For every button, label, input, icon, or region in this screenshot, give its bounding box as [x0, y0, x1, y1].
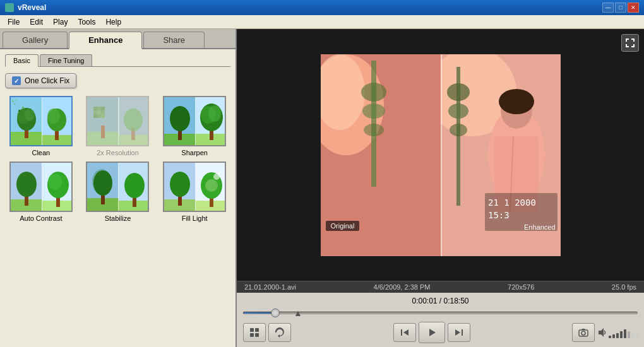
one-click-fix-label: One Click Fix	[25, 76, 69, 85]
video-fps: 25.0 fps	[612, 283, 636, 291]
snapshot-button[interactable]	[572, 323, 595, 342]
volume-control[interactable]	[597, 326, 638, 339]
thumb-auto-contrast[interactable]: Auto Contrast	[5, 162, 77, 222]
center-controls	[393, 322, 470, 343]
svg-rect-29	[101, 126, 105, 138]
svg-rect-21	[97, 107, 101, 110]
menu-edit[interactable]: Edit	[25, 16, 48, 28]
fullscreen-button[interactable]	[621, 34, 639, 52]
svg-marker-116	[429, 329, 436, 336]
svg-rect-25	[101, 110, 105, 114]
svg-point-65	[124, 173, 145, 198]
svg-rect-111	[255, 328, 259, 332]
thumb-resolution-box	[86, 96, 149, 146]
app-icon	[5, 3, 14, 12]
svg-point-8	[25, 109, 35, 121]
svg-point-104	[447, 83, 470, 101]
main-layout: Gallery Enhance Share Basic Fine Tuning …	[0, 29, 644, 347]
svg-rect-2	[12, 100, 14, 102]
svg-marker-115	[403, 329, 408, 336]
svg-rect-26	[93, 114, 97, 118]
svg-point-92	[361, 83, 386, 102]
thumb-stabilize-box	[86, 162, 149, 212]
video-filename: 21.01.2000-1.avi	[244, 283, 296, 291]
progress-bar-container[interactable]: ▲	[243, 308, 638, 318]
grid-view-button[interactable]	[243, 323, 266, 342]
top-tabs: Gallery Enhance Share	[0, 29, 236, 49]
video-area: 21 1 2000 15:3 Original Enhanced	[237, 29, 644, 281]
volume-icon	[597, 326, 607, 339]
svg-text:15:3: 15:3	[488, 210, 510, 220]
svg-rect-85	[626, 44, 627, 47]
svg-point-38	[170, 106, 190, 131]
menubar: File Edit Play Tools Help	[0, 15, 644, 29]
svg-marker-118	[455, 329, 460, 336]
thumb-stabilize[interactable]: Stabilize	[82, 162, 154, 222]
svg-marker-121	[599, 328, 604, 337]
tab-enhance[interactable]: Enhance	[69, 32, 142, 49]
playback-controls	[243, 322, 638, 343]
thumb-clean[interactable]: Clean	[5, 96, 77, 156]
menu-tools[interactable]: Tools	[73, 16, 100, 28]
video-date: 4/6/2009, 2:38 PM	[374, 283, 431, 291]
svg-rect-87	[633, 44, 635, 47]
video-original-label: Original	[326, 221, 360, 231]
svg-rect-110	[250, 328, 254, 332]
progress-thumb[interactable]	[271, 309, 280, 317]
tab-fine-tuning[interactable]: Fine Tuning	[40, 54, 92, 66]
menu-help[interactable]: Help	[100, 16, 126, 28]
svg-point-106	[450, 124, 467, 136]
sub-panel: Basic Fine Tuning ✓ One Click Fix	[0, 49, 236, 347]
minimize-button[interactable]: —	[602, 3, 614, 13]
svg-point-75	[205, 179, 218, 192]
svg-rect-83	[633, 38, 635, 42]
menu-file[interactable]: File	[3, 16, 25, 28]
svg-rect-27	[97, 114, 101, 118]
thumb-fill-light[interactable]: Fill Light	[158, 162, 230, 222]
timeline-arrow: ▲	[294, 308, 302, 318]
svg-point-55	[48, 174, 62, 190]
skip-forward-button[interactable]	[448, 323, 470, 342]
tab-share[interactable]: Share	[143, 32, 205, 48]
maximize-button[interactable]: □	[615, 3, 626, 13]
thumb-sharpen[interactable]: Sharpen	[158, 96, 230, 156]
thumb-auto-contrast-box	[9, 162, 73, 212]
right-controls	[572, 323, 638, 342]
thumb-fill-light-box	[163, 162, 226, 212]
close-button[interactable]: ✕	[628, 3, 639, 13]
svg-point-17	[47, 109, 60, 124]
checkmark-icon: ✓	[12, 76, 21, 85]
thumb-fill-light-label: Fill Light	[182, 215, 208, 222]
svg-rect-4	[14, 103, 15, 105]
svg-point-105	[448, 103, 468, 119]
svg-rect-23	[93, 110, 97, 114]
loop-button[interactable]	[268, 323, 291, 342]
time-display: 0:00:01 / 0:18:50	[243, 297, 638, 305]
controls-area: 0:00:01 / 0:18:50 ▲	[237, 293, 644, 347]
svg-rect-3	[16, 99, 17, 100]
right-panel: 21 1 2000 15:3 Original Enhanced 21.01.2…	[237, 29, 644, 347]
tab-gallery[interactable]: Gallery	[3, 32, 68, 48]
menu-play[interactable]: Play	[48, 16, 73, 28]
play-button[interactable]	[419, 322, 445, 343]
one-click-fix-button[interactable]: ✓ One Click Fix	[5, 73, 76, 88]
thumb-stabilize-label: Stabilize	[105, 215, 131, 222]
titlebar-controls: — □ ✕	[602, 3, 639, 13]
svg-point-93	[362, 103, 385, 119]
video-info-bar: 21.01.2000-1.avi 4/6/2009, 2:38 PM 720x5…	[237, 281, 644, 293]
sub-tabs: Basic Fine Tuning	[5, 54, 230, 67]
svg-rect-81	[626, 38, 627, 42]
video-enhanced-label: Enhanced	[524, 223, 556, 231]
svg-rect-20	[93, 107, 97, 110]
skip-back-button[interactable]	[393, 323, 416, 342]
video-resolution: 720x576	[508, 283, 534, 291]
svg-point-34	[124, 109, 143, 131]
svg-point-94	[364, 124, 384, 136]
svg-point-45	[208, 105, 221, 122]
titlebar: vReveal — □ ✕	[0, 0, 644, 15]
tab-basic[interactable]: Basic	[5, 54, 39, 67]
thumb-sharpen-label: Sharpen	[181, 149, 208, 156]
svg-point-60	[92, 169, 111, 194]
left-controls	[243, 323, 291, 342]
thumb-resolution[interactable]: 2x Resolution	[82, 96, 154, 156]
